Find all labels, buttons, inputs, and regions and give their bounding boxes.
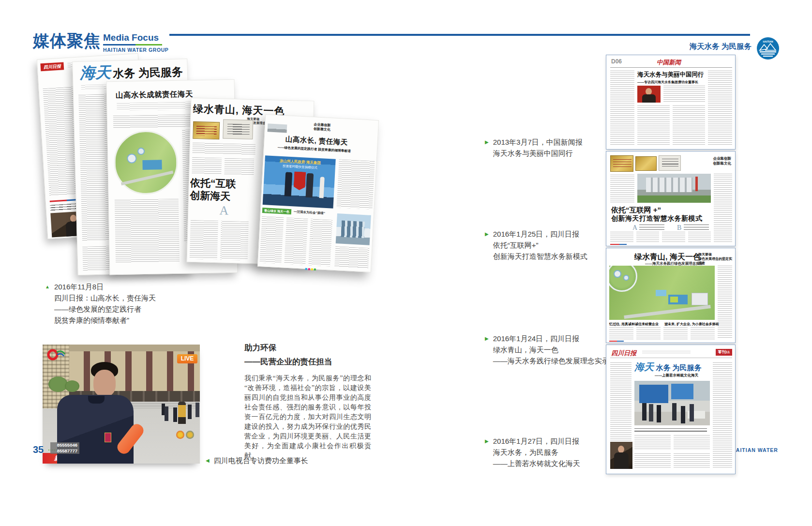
tank (137, 148, 145, 155)
newsprint-columns (259, 216, 332, 267)
tank (127, 153, 136, 163)
newsprint-lines (610, 175, 634, 203)
tank (623, 275, 629, 281)
plaque-text (662, 159, 678, 168)
pool (142, 160, 162, 170)
tv-interview-photo: LIVE 8555504685587777 新闻现场 (43, 345, 200, 464)
page-title: 媒体聚焦 (33, 30, 101, 52)
haitian-logo-icon: HAITIAN (756, 37, 780, 60)
header-group-name: HAITIAN WATER GROUP (103, 47, 168, 53)
brand-rest: 水务 为民服务 (656, 363, 701, 372)
gold-plaque (193, 121, 220, 139)
photo-building-small (268, 123, 287, 133)
arrow-right-icon: ▶ (485, 136, 489, 159)
clip-caption-2: ▶ 2016年1月25日，四川日报 依托“互联网+” 创新海天打造智慧水务新模式 (485, 228, 587, 262)
section-b-text (684, 225, 709, 230)
card2-headline-2: 创新海天打造智慧水务新模式 (611, 214, 703, 223)
pool-green (670, 297, 678, 302)
silver-plaque (223, 119, 253, 139)
newsprint-columns (190, 220, 249, 260)
date-line (642, 351, 691, 354)
suit (642, 94, 656, 103)
photo-exhibition (634, 381, 710, 425)
interviewee-face (93, 370, 116, 397)
table (688, 411, 705, 419)
paper-page-no: D06 (611, 58, 622, 65)
rule (610, 358, 732, 358)
scdaily-masthead: 四川日报 (40, 62, 64, 71)
plaque-text (227, 124, 250, 135)
display-board (639, 385, 668, 403)
photo-aerial-plant (609, 266, 715, 320)
card3-headline: 绿水青山, 海天一色 (634, 252, 701, 262)
silver-plaque (659, 155, 681, 171)
office-building (692, 293, 708, 305)
accent-rule (609, 341, 624, 342)
hotline-box: 8555504685587777 (50, 442, 79, 454)
newsprint-column (115, 199, 180, 263)
suit (614, 452, 629, 469)
rule (610, 67, 732, 68)
essay-block: 助力环保 ——民营企业的责任担当 我们秉承“海天水务，为民服务”的理念和“改善环… (244, 343, 371, 461)
pedestrian-group (165, 406, 168, 421)
newsprint-columns (610, 232, 711, 242)
photo-city-render (336, 213, 371, 245)
cmyk-registration-dots (664, 243, 673, 246)
emblem-national (176, 431, 184, 439)
footer-brand: HAITIAN WATER (732, 447, 778, 453)
section-a: A (632, 224, 637, 232)
newsprint-column (708, 71, 732, 146)
callout-circle (609, 266, 637, 292)
clip-caption-4: ▶ 2016年1月27日，四川日报 海天水务，为民服务 ——上善若水铸就文化海天 (485, 436, 580, 469)
photo-speaker-portrait (610, 442, 632, 469)
card1-subhead: ——专访四川海天水务集团费功全董事长 (637, 80, 698, 85)
red-sign (695, 177, 698, 191)
newsprint-column (334, 246, 369, 269)
photo-stage-ceremony: 凉山州人民政府·海天集团 投资签约暨扶贫捐赠仪式 (263, 155, 336, 209)
tank (614, 270, 621, 278)
arrow-right-icon: ▶ (485, 228, 489, 262)
cmyk-registration-dots (305, 263, 317, 272)
newsprint-columns (609, 327, 715, 340)
sctv-logo-icon (46, 348, 68, 361)
road (121, 171, 174, 186)
figure-host (319, 177, 324, 198)
tv-caption: ◀ 四川电视台专访费功全董事长 (206, 455, 308, 466)
svg-text:HAITIAN: HAITIAN (763, 40, 773, 43)
arrow-left-icon: ◀ (206, 455, 210, 466)
clipping-sheet-front: 企业靠创新创新靠文化 山高水长, 责任海天 ——绿色发展的坚定践行者 脱贫奔康的… (257, 114, 379, 272)
clip-caption-1: ▶ 2013年3月7日，中国新闻报 海天水务与美丽中国同行 (485, 136, 583, 159)
newsprint-column (718, 266, 732, 339)
tree (65, 380, 79, 392)
gold-plaque (610, 155, 633, 172)
headline-front: 山高水长, 责任海天 (285, 135, 348, 147)
chinanews-masthead: 中国新闻 (657, 59, 681, 67)
arrow-right-icon: ▶ (485, 333, 489, 366)
newsprint-columns (634, 453, 710, 469)
display-board (671, 384, 693, 399)
mini-header (634, 428, 707, 433)
card2-headline-1: 依托“互联网 +” (611, 206, 661, 215)
cmyk-registration-dots (663, 471, 675, 474)
clipping-card-green: 绿水青山, 海天一色 ——海天水务践行绿色发展理念实录 海天要做绿色发展理念的坚… (606, 248, 736, 343)
pool (656, 290, 666, 296)
clip-caption-3: ▶ 2016年1月24日，四川日报 绿水青山，海天一色 ——海天水务践行绿色发展… (485, 333, 609, 366)
newsprint-columns (637, 105, 705, 145)
caption-date: 2016年11月8日 (54, 281, 156, 292)
section-note: 一汪清水为社会“添绿” (294, 210, 325, 215)
section-header-2: 望未来, 扩大企业, 为小康社会多添砖 (664, 322, 719, 327)
pennant (293, 171, 306, 190)
scdaily-masthead: 四川日报 (611, 349, 636, 358)
corner-slogan: 企业靠创新创新靠文化 (314, 122, 349, 133)
side-slogan: 海天要做绿色发展理念的坚定实践者 (698, 252, 734, 265)
section-a-text (639, 225, 664, 230)
figure-right (306, 173, 314, 198)
newsprint-lines (663, 86, 705, 103)
newsprint-column (714, 174, 732, 242)
gold-plaque (635, 156, 657, 171)
arrow-right-icon: ▶ (485, 436, 489, 469)
essay-subtitle: ——民营企业的责任担当 (244, 357, 371, 367)
visitors (642, 403, 647, 421)
fan-caption: ▲ 2016年11月8日 四川日报：山高水长，责任海天 ——绿色发展的坚定践行者… (45, 281, 156, 326)
newsprint-lines (192, 143, 256, 155)
